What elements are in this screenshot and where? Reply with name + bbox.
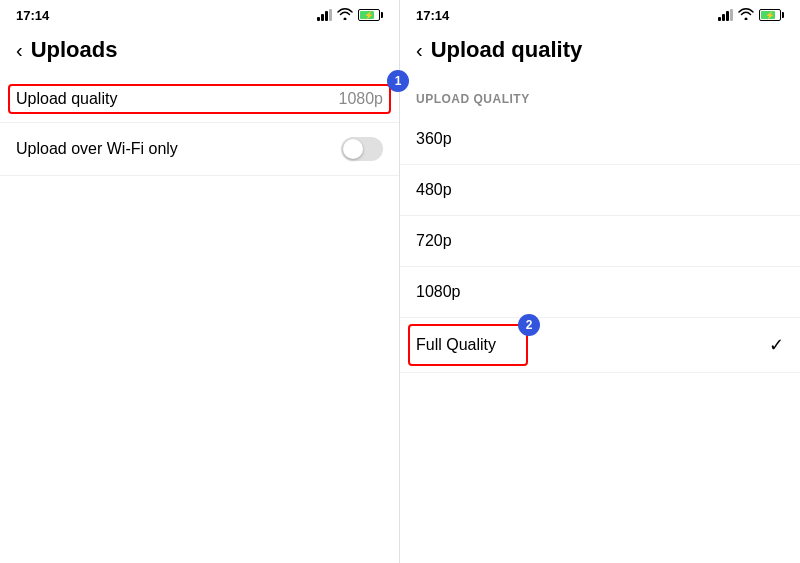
toggle-thumb [343, 139, 363, 159]
left-wifi-icon [337, 8, 353, 23]
quality-item-360p[interactable]: 360p [400, 114, 800, 165]
upload-quality-label: Upload quality [16, 90, 117, 108]
quality-item-1080p[interactable]: 1080p [400, 267, 800, 318]
left-status-bar: 17:14 ⚡ [0, 0, 399, 28]
right-back-chevron-icon: ‹ [416, 40, 423, 60]
quality-full-label: Full Quality [416, 336, 496, 354]
checkmark-icon: ✓ [769, 334, 784, 356]
upload-wifi-item[interactable]: Upload over Wi-Fi only [0, 123, 399, 176]
left-nav-title: Uploads [31, 37, 118, 63]
left-status-time: 17:14 [16, 8, 49, 23]
upload-wifi-toggle[interactable] [341, 137, 383, 161]
quality-item-720p[interactable]: 720p [400, 216, 800, 267]
quality-section-header: UPLOAD QUALITY [400, 76, 800, 114]
left-battery-icon: ⚡ [358, 9, 383, 21]
right-panel: 17:14 ⚡ [400, 0, 800, 563]
badge-2: 2 [518, 314, 540, 336]
right-nav-header: ‹ Upload quality [400, 28, 800, 76]
left-nav-header: ‹ Uploads [0, 28, 399, 76]
quality-480p-label: 480p [416, 181, 452, 199]
right-signal-icon [718, 9, 733, 21]
upload-quality-value: 1080p [339, 90, 384, 108]
left-settings-list: Upload quality 1080p 1 Upload over Wi-Fi… [0, 76, 399, 563]
right-back-button[interactable]: ‹ [416, 40, 423, 60]
right-nav-title: Upload quality [431, 37, 583, 63]
quality-360p-label: 360p [416, 130, 452, 148]
quality-list: 360p 480p 720p 1080p Full Quality ✓ 2 [400, 114, 800, 563]
quality-720p-label: 720p [416, 232, 452, 250]
upload-wifi-label: Upload over Wi-Fi only [16, 140, 178, 158]
right-status-icons: ⚡ [718, 8, 784, 23]
left-panel: 17:14 ⚡ [0, 0, 400, 563]
badge-1: 1 [387, 70, 409, 92]
right-status-bar: 17:14 ⚡ [400, 0, 800, 28]
left-back-chevron-icon: ‹ [16, 40, 23, 60]
right-wifi-icon [738, 8, 754, 23]
right-battery-icon: ⚡ [759, 9, 784, 21]
left-status-icons: ⚡ [317, 8, 383, 23]
quality-1080p-label: 1080p [416, 283, 461, 301]
right-status-time: 17:14 [416, 8, 449, 23]
quality-item-full[interactable]: Full Quality ✓ 2 [400, 318, 800, 373]
upload-quality-item[interactable]: Upload quality 1080p 1 [0, 76, 399, 123]
quality-item-480p[interactable]: 480p [400, 165, 800, 216]
left-back-button[interactable]: ‹ [16, 40, 23, 60]
left-signal-icon [317, 9, 332, 21]
